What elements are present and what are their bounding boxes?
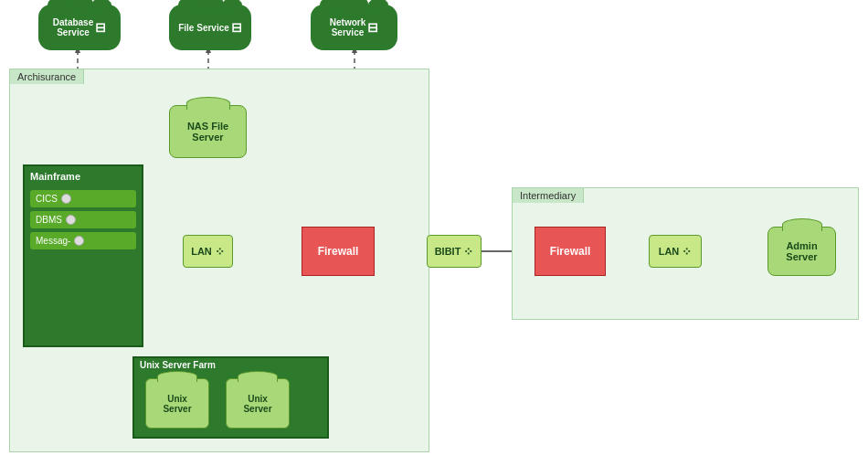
bibit-node: BIBIT ⁘ — [427, 235, 482, 268]
database-service-label: Database Service — [53, 17, 93, 37]
lan2-label: LAN — [659, 246, 680, 257]
lan2-network-icon: ⁘ — [682, 245, 692, 259]
firewall-node-1: Firewall — [302, 227, 375, 276]
zone-intermediary-label: Intermediary — [512, 187, 584, 203]
diagram-container: Archisurance Intermediary Database Servi… — [0, 0, 868, 466]
lan1-label: LAN — [191, 246, 212, 257]
firewall1-label: Firewall — [318, 245, 359, 258]
nas-server-label: NAS File Server — [187, 121, 228, 143]
mainframe-cics: CICS — [30, 190, 136, 207]
mainframe-dbms: DBMS — [30, 211, 136, 228]
network-service-label: Network Service — [330, 17, 365, 37]
firewall-node-2: Firewall — [535, 227, 606, 276]
unix-server-2: Unix Server — [226, 378, 290, 429]
unix-server-1: Unix Server — [145, 378, 209, 429]
bibit-label: BIBIT — [435, 246, 461, 257]
messaging-label: Messag- — [36, 236, 70, 246]
unix-server1-label: Unix Server — [163, 394, 191, 414]
admin-server: Admin Server — [767, 227, 836, 276]
mainframe-box: Mainframe CICS DBMS Messag- — [23, 164, 143, 347]
unix-farm-label: Unix Server Farm — [134, 358, 327, 372]
admin-server-label: Admin Server — [786, 240, 817, 262]
lan-node-2: LAN ⁘ — [649, 235, 702, 268]
zone-archisurance-label: Archisurance — [9, 69, 84, 84]
dbms-label: DBMS — [36, 215, 62, 225]
bibit-network-icon: ⁘ — [463, 245, 473, 259]
dbms-icon — [66, 215, 76, 225]
database-service-cloud: Database Service ⊟ — [38, 5, 121, 55]
lan-node-1: LAN ⁘ — [183, 235, 233, 268]
mainframe-messaging: Messag- — [30, 232, 136, 249]
cics-icon — [61, 194, 71, 204]
unix-server-farm: Unix Server Farm Unix Server Unix Server — [132, 356, 329, 439]
firewall2-label: Firewall — [550, 245, 591, 258]
unix-server2-label: Unix Server — [243, 394, 271, 414]
messaging-icon — [74, 236, 84, 246]
mainframe-label: Mainframe — [25, 166, 142, 186]
network-service-cloud: Network Service ⊟ — [311, 5, 397, 55]
file-service-label: File Service — [178, 23, 229, 33]
file-service-cloud: File Service ⊟ — [169, 5, 251, 55]
lan1-network-icon: ⁘ — [215, 245, 225, 259]
nas-file-server: NAS File Server — [169, 105, 247, 158]
cics-label: CICS — [36, 194, 58, 204]
